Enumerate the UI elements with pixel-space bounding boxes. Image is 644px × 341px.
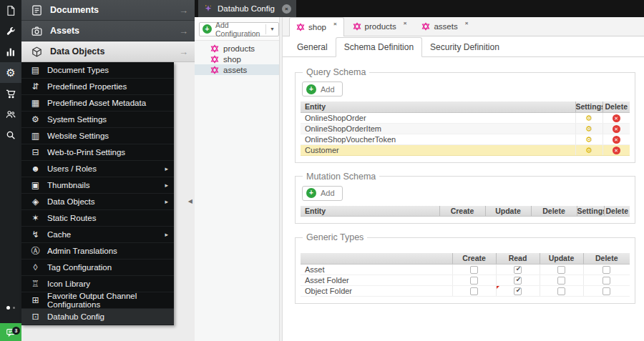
column-header-create[interactable]: Create xyxy=(452,253,496,264)
read-checkbox[interactable] xyxy=(514,287,522,295)
delete-checkbox[interactable] xyxy=(602,277,610,285)
rail-reports-button[interactable] xyxy=(0,41,21,62)
collapse-panel-arrow[interactable]: ◀ xyxy=(188,198,192,204)
close-icon[interactable]: × xyxy=(404,20,407,26)
column-header-delete[interactable]: Delete xyxy=(531,206,577,217)
menu-item-icon-library[interactable]: ♖Icon Library▸ xyxy=(21,276,174,292)
generic-types-table: Create Read Update Delete Asset Asset Fo… xyxy=(301,253,630,297)
rail-users-button[interactable] xyxy=(0,104,21,124)
tree-item-shop[interactable]: shop xyxy=(195,54,279,64)
gear-icon[interactable]: ⚙ xyxy=(585,114,592,122)
tree-items: products shop assets xyxy=(195,43,279,75)
tree-item-products[interactable]: products xyxy=(195,43,279,54)
column-header-settings[interactable]: Settings xyxy=(575,102,602,112)
tab-security-definition[interactable]: Security Definition xyxy=(422,38,507,56)
update-checkbox[interactable] xyxy=(557,287,565,295)
create-checkbox[interactable] xyxy=(470,266,478,274)
column-header-read[interactable]: Read xyxy=(496,253,540,264)
close-icon[interactable]: × xyxy=(282,4,291,14)
rail-search-button[interactable] xyxy=(0,124,21,145)
properties-icon: ⇵ xyxy=(30,82,41,91)
menu-item-predefined-properties[interactable]: ⇵Predefined Properties▸ xyxy=(21,79,174,95)
delete-checkbox[interactable] xyxy=(602,266,610,274)
datahub-configuration-icon xyxy=(353,22,361,31)
column-header-update[interactable]: Update xyxy=(540,253,583,264)
menu-item-document-types[interactable]: ▤Document Types▸ xyxy=(21,62,174,79)
datahub-config-panel-tab[interactable]: Datahub Config × xyxy=(198,0,296,17)
query-schema-add-button[interactable]: + Add xyxy=(302,81,343,97)
delete-icon[interactable]: ✕ xyxy=(613,125,620,133)
rail-settings-button[interactable]: ⚙ xyxy=(0,62,21,83)
menu-item-web-to-print-settings[interactable]: ⊟Web-to-Print Settings▸ xyxy=(21,144,174,161)
delete-icon[interactable]: ✕ xyxy=(613,147,620,154)
read-checkbox[interactable] xyxy=(514,277,522,285)
tab-products[interactable]: products × xyxy=(346,17,414,36)
column-header-entity[interactable]: Entity xyxy=(301,206,439,217)
tab-schema-definition[interactable]: Schema Definition xyxy=(336,37,422,57)
table-row[interactable]: Customer ⚙ ✕ xyxy=(301,144,630,155)
gear-icon[interactable]: ⚙ xyxy=(585,146,592,154)
column-header-delete[interactable]: Delete xyxy=(602,102,630,112)
menu-item-datahub-config[interactable]: ⊡Datahub Config▸ xyxy=(21,309,174,325)
column-header-create[interactable]: Create xyxy=(439,206,485,217)
table-row[interactable]: OnlineShopOrderItem ⚙ ✕ xyxy=(301,123,630,134)
delete-icon[interactable]: ✕ xyxy=(613,136,620,144)
delete-icon[interactable]: ✕ xyxy=(613,114,620,122)
column-header-delete[interactable]: Delete xyxy=(604,206,630,217)
column-header-entity[interactable]: Entity xyxy=(301,102,575,112)
menu-item-predefined-asset-metadata[interactable]: ▦Predefined Asset Metadata▸ xyxy=(21,95,174,112)
menu-item-tag-configuration[interactable]: ◊Tag Configuration▸ xyxy=(21,260,174,276)
read-checkbox[interactable] xyxy=(514,266,522,274)
menu-item-admin-translations[interactable]: ⒶAdmin Translations▸ xyxy=(21,243,174,260)
gear-icon[interactable]: ⚙ xyxy=(585,124,592,133)
user-icon: ☻ xyxy=(30,164,41,173)
menu-item-data-objects[interactable]: ◈Data Objects▸ xyxy=(21,194,174,210)
tab-assets[interactable]: assets × xyxy=(415,17,474,36)
table-row[interactable]: OnlineShopVoucherToken ⚙ ✕ xyxy=(301,134,630,144)
menu-item-cache[interactable]: ↯Cache▸ xyxy=(21,227,174,243)
add-configuration-button[interactable]: + Add Configuration ▼ xyxy=(199,22,279,36)
menu-item-website-settings[interactable]: ▥Website Settings▸ xyxy=(21,128,174,144)
settings-cell[interactable]: ⚙ xyxy=(575,144,602,155)
menu-item-static-routes[interactable]: ✶Static Routes▸ xyxy=(21,210,174,227)
delete-cell[interactable]: ✕ xyxy=(602,112,630,123)
gear-icon[interactable]: ⚙ xyxy=(585,135,592,144)
update-checkbox[interactable] xyxy=(557,277,565,285)
panel-splitter[interactable] xyxy=(279,17,283,341)
column-header-update[interactable]: Update xyxy=(485,206,531,217)
accordion-section-data-objects[interactable]: Data Objects → xyxy=(21,41,195,62)
mutation-schema-add-button[interactable]: + Add xyxy=(302,186,343,201)
delete-cell[interactable]: ✕ xyxy=(602,144,630,155)
chat-button[interactable]: 3 xyxy=(0,323,21,341)
gear-icon: ⚙ xyxy=(30,115,41,124)
menu-item-favorite-output-channel-configurations[interactable]: ⊞Favorite Output Channel Configurations▸ xyxy=(21,292,174,309)
delete-cell[interactable]: ✕ xyxy=(602,134,630,144)
settings-cell[interactable]: ⚙ xyxy=(575,123,602,134)
delete-cell[interactable]: ✕ xyxy=(602,123,630,134)
create-checkbox[interactable] xyxy=(470,277,478,285)
menu-item-system-settings[interactable]: ⚙System Settings▸ xyxy=(21,112,174,128)
notification-dots[interactable] xyxy=(0,302,21,312)
settings-cell[interactable]: ⚙ xyxy=(575,112,602,123)
tab-general[interactable]: General xyxy=(289,38,336,56)
settings-cell[interactable]: ⚙ xyxy=(575,134,602,144)
tab-shop[interactable]: shop × xyxy=(289,17,344,36)
rail-documents-button[interactable] xyxy=(0,0,21,21)
close-icon[interactable]: × xyxy=(333,21,337,27)
accordion-section-assets[interactable]: Assets → xyxy=(21,21,195,41)
accordion-section-documents[interactable]: Documents → xyxy=(21,0,195,21)
close-icon[interactable]: × xyxy=(465,20,469,26)
menu-item-thumbnails[interactable]: ▣Thumbnails▸ xyxy=(21,177,174,194)
rail-tools-button[interactable] xyxy=(0,21,21,41)
dropdown-caret-icon[interactable]: ▼ xyxy=(265,24,278,34)
menu-item-users-roles[interactable]: ☻Users / Roles▸ xyxy=(21,161,174,177)
create-checkbox[interactable] xyxy=(470,287,478,295)
delete-checkbox[interactable] xyxy=(602,287,610,295)
chat-badge: 3 xyxy=(12,327,20,335)
rail-ecommerce-button[interactable] xyxy=(0,83,21,104)
column-header-delete[interactable]: Delete xyxy=(583,253,630,264)
update-checkbox[interactable] xyxy=(557,266,565,274)
table-row[interactable]: OnlineShopOrder ⚙ ✕ xyxy=(301,112,630,123)
tree-item-assets[interactable]: assets xyxy=(195,64,279,75)
column-header-settings[interactable]: Settings xyxy=(577,206,604,217)
